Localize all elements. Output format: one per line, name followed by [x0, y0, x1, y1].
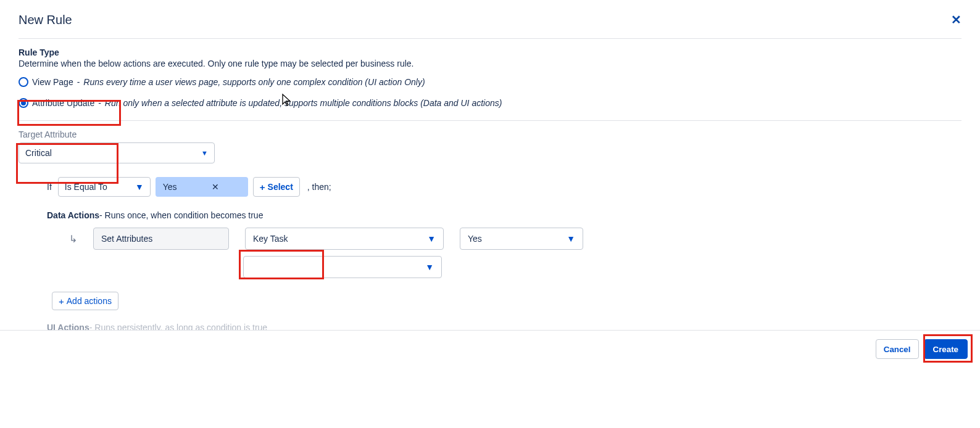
operator-value: Is Equal To: [65, 182, 107, 192]
chevron-down-icon: ▼: [201, 149, 208, 157]
radio-icon: [19, 98, 28, 108]
secondary-attribute-row: ▼: [47, 256, 961, 278]
radio-attribute-update[interactable]: Attribute Update - Run only when a selec…: [19, 97, 961, 109]
select-button-label: Select: [268, 182, 293, 192]
data-actions-title-row: Data Actions- Runs once, when condition …: [47, 210, 961, 220]
ui-actions-title: UI Actions: [47, 323, 89, 330]
chevron-down-icon: ▼: [425, 262, 434, 272]
radio-view-page[interactable]: View Page - Runs every time a user views…: [19, 76, 961, 88]
sub-arrow-icon: ↳: [69, 233, 77, 245]
action-attribute-select-2[interactable]: ▼: [243, 256, 442, 278]
modal-footer: Cancel Create: [0, 330, 980, 368]
radio-selected-dot: [21, 101, 26, 105]
create-button[interactable]: Create: [924, 339, 968, 359]
add-actions-button[interactable]: + Add actions: [52, 292, 118, 310]
radio-label: Attribute Update: [32, 98, 94, 108]
condition-block: If Is Equal To ▼ Yes ✕ + Select , then; …: [19, 163, 961, 330]
modal-header: New Rule ✕: [19, 12, 961, 39]
target-attribute-select[interactable]: Critical ▼: [19, 142, 215, 163]
condition-value-tag[interactable]: Yes ✕: [156, 177, 248, 197]
add-actions-label: Add actions: [67, 296, 112, 306]
rule-type-section: Rule Type Determine when the below actio…: [19, 39, 961, 121]
select-button[interactable]: + Select: [253, 177, 300, 197]
chevron-down-icon: ▼: [427, 234, 436, 244]
radio-desc: Run only when a selected attribute is up…: [105, 98, 502, 108]
action-attribute-select[interactable]: Key Task ▼: [245, 228, 444, 250]
target-attribute-value: Critical: [25, 148, 52, 158]
radio-icon: [19, 77, 28, 87]
radio-desc: Runs every time a user views page, suppo…: [83, 77, 425, 87]
plus-icon: +: [260, 182, 265, 192]
data-actions-desc: - Runs once, when condition becomes true: [99, 210, 263, 220]
cancel-button[interactable]: Cancel: [876, 339, 919, 359]
radio-label: View Page: [32, 77, 73, 87]
action-value: Yes: [468, 234, 482, 244]
ui-actions-title-row: UI Actions- Runs persistently, as long a…: [47, 323, 961, 330]
data-actions-section: Data Actions- Runs once, when condition …: [47, 210, 961, 330]
plus-icon: +: [59, 296, 64, 307]
target-attribute-block: Target Attribute Critical ▼: [19, 121, 961, 163]
if-label: If: [47, 182, 52, 192]
target-attribute-label: Target Attribute: [19, 130, 961, 139]
rule-type-heading: Rule Type: [19, 47, 961, 57]
remove-tag-icon[interactable]: ✕: [212, 182, 219, 192]
action-value-select[interactable]: Yes ▼: [460, 228, 583, 250]
action-type-field[interactable]: Set Attributes: [93, 228, 229, 250]
condition-row: If Is Equal To ▼ Yes ✕ + Select , then;: [47, 177, 961, 197]
close-icon[interactable]: ✕: [951, 12, 961, 27]
action-row: ↳ Set Attributes Key Task ▼ Yes ▼: [47, 228, 961, 250]
data-actions-title: Data Actions: [47, 210, 99, 220]
action-type-value: Set Attributes: [101, 234, 152, 244]
then-label: , then;: [307, 182, 331, 192]
condition-value: Yes: [163, 182, 177, 192]
action-attribute-value: Key Task: [253, 234, 288, 244]
chevron-down-icon: ▼: [567, 234, 575, 244]
operator-select[interactable]: Is Equal To ▼: [58, 177, 151, 197]
ui-actions-desc: - Runs persistently, as long as conditio…: [89, 323, 267, 330]
rule-type-description: Determine when the below actions are exe…: [19, 59, 961, 68]
chevron-down-icon: ▼: [135, 182, 144, 192]
modal-title: New Rule: [19, 13, 72, 27]
